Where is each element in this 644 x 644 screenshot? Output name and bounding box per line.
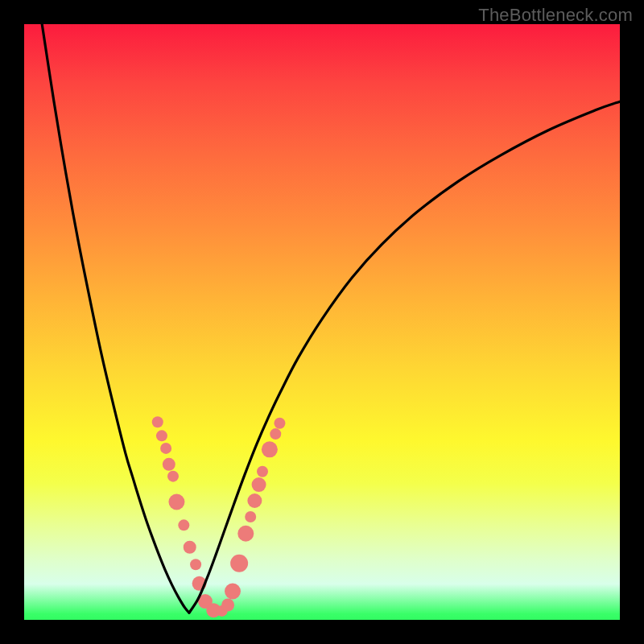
chart-frame: TheBottleneck.com xyxy=(0,0,644,644)
marker-dot xyxy=(225,583,241,599)
marker-dot xyxy=(167,471,179,482)
marker-dot xyxy=(245,511,256,522)
plot-area xyxy=(24,24,620,620)
marker-dot xyxy=(270,428,281,440)
marker-dot xyxy=(262,441,278,457)
marker-dot xyxy=(230,555,248,572)
marker-dot xyxy=(152,416,163,427)
marker-dot xyxy=(252,477,266,492)
marker-dot xyxy=(221,599,234,612)
chart-svg xyxy=(24,24,620,620)
marker-dot xyxy=(156,430,167,441)
watermark-text: TheBottleneck.com xyxy=(478,5,633,26)
marker-dot xyxy=(274,418,285,429)
marker-dot xyxy=(247,493,262,508)
marker-dot xyxy=(190,559,201,570)
marker-dot xyxy=(163,458,175,471)
curve-left xyxy=(42,24,189,613)
curve-right xyxy=(189,101,620,613)
marker-dot xyxy=(184,541,196,554)
marker-dot xyxy=(237,526,254,542)
marker-dot xyxy=(257,466,268,477)
marker-dot xyxy=(168,493,184,510)
marker-dot xyxy=(178,519,189,530)
marker-dot xyxy=(160,443,171,454)
